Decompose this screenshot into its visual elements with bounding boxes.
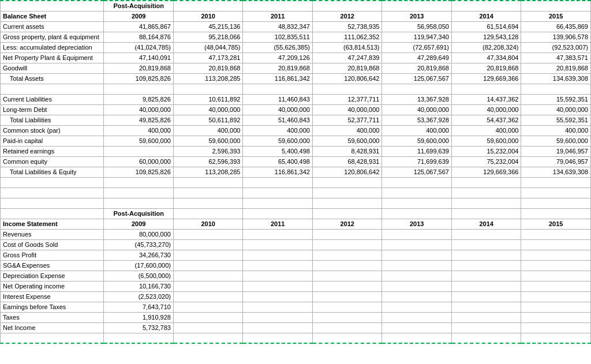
table-row: Interest Expense (2,523,020) [1, 291, 591, 302]
table-row: Gross Profit 34,266,730 [1, 250, 591, 260]
table-row: Long-term Debt 40,000,000 40,000,000 40,… [1, 104, 591, 115]
is-post-acq-row: Post-Acquisition [1, 208, 591, 219]
table-row: Revenues 80,000,000 [1, 229, 591, 239]
table-row: Current Liabilities 9,825,826 10,611,892… [1, 94, 591, 104]
table-row: Common equity 60,000,000 62,596,393 65,4… [1, 156, 591, 167]
is-title: Income Statement [1, 219, 104, 229]
table-row: Net Property Plant & Equipment 47,140,09… [1, 52, 591, 63]
table-row: Earnings before Taxes 7,643,710 [1, 302, 591, 312]
balance-sheet-table: Post-Acquisition Balance Sheet 2009 2010… [0, 0, 591, 344]
is-year-2015: 2015 [521, 219, 591, 229]
table-row: Net Operating income 10,166,730 [1, 281, 591, 291]
is-year-2012: 2012 [312, 219, 382, 229]
bs-year-2015: 2015 [521, 11, 591, 21]
bs-year-2013: 2013 [382, 11, 452, 21]
table-row-net-income: Net Income 5,732,783 [1, 322, 591, 333]
table-row-total: Total Liabilities & Equity 109,825,826 1… [1, 167, 591, 177]
table-row: Cost of Goods Sold (45,733,270) [1, 239, 591, 250]
is-year-2010: 2010 [173, 219, 243, 229]
table-row: SG&A Expenses (17,600,000) [1, 260, 591, 271]
spreadsheet-container: Post-Acquisition Balance Sheet 2009 2010… [0, 0, 591, 364]
table-row-total: Total Assets 109,825,826 113,208,285 116… [1, 73, 591, 84]
is-year-header-row: Income Statement 2009 2010 2011 2012 201… [1, 219, 591, 229]
table-row: Taxes 1,910,928 [1, 312, 591, 322]
bs-title: Balance Sheet [1, 11, 104, 21]
table-row: Depreciation Expense (6,500,000) [1, 271, 591, 281]
bs-year-2014: 2014 [451, 11, 521, 21]
table-row: Goodwill 20,819,868 20,819,868 20,819,86… [1, 63, 591, 73]
bs-year-2009: 2009 [104, 11, 174, 21]
is-year-2013: 2013 [382, 219, 452, 229]
is-year-2011: 2011 [243, 219, 313, 229]
spacer-row [1, 198, 591, 208]
spacer-row [1, 177, 591, 187]
dashed-top-row: Post-Acquisition [1, 1, 591, 11]
is-year-2014: 2014 [451, 219, 521, 229]
bs-year-2012: 2012 [312, 11, 382, 21]
is-post-acq-header: Post-Acquisition [104, 208, 174, 219]
dashed-bottom-row [1, 333, 591, 343]
table-row: Common stock (par) 400,000 400,000 400,0… [1, 125, 591, 136]
table-row-total: Total Liabilities 49,825,826 50,611,892 … [1, 115, 591, 125]
table-row: Paid-in capital 59,600,000 59,600,000 59… [1, 136, 591, 146]
table-row-retained: Retained earnings 2,596,393 5,400,498 8,… [1, 146, 591, 156]
table-row: Current assets 41,865,867 45,215,136 48,… [1, 21, 591, 32]
table-row: Gross property, plant & equipment 88,164… [1, 32, 591, 42]
bs-year-2010: 2010 [173, 11, 243, 21]
bs-post-acq-header: Post-Acquisition [104, 1, 174, 11]
bs-year-2011: 2011 [243, 11, 313, 21]
is-year-2009: 2009 [104, 219, 174, 229]
spacer-row [1, 187, 591, 198]
bs-year-header-row: Balance Sheet 2009 2010 2011 2012 2013 2… [1, 11, 591, 21]
table-row: Less: accumulated depreciation (41,024,7… [1, 42, 591, 52]
empty-row [1, 84, 591, 94]
